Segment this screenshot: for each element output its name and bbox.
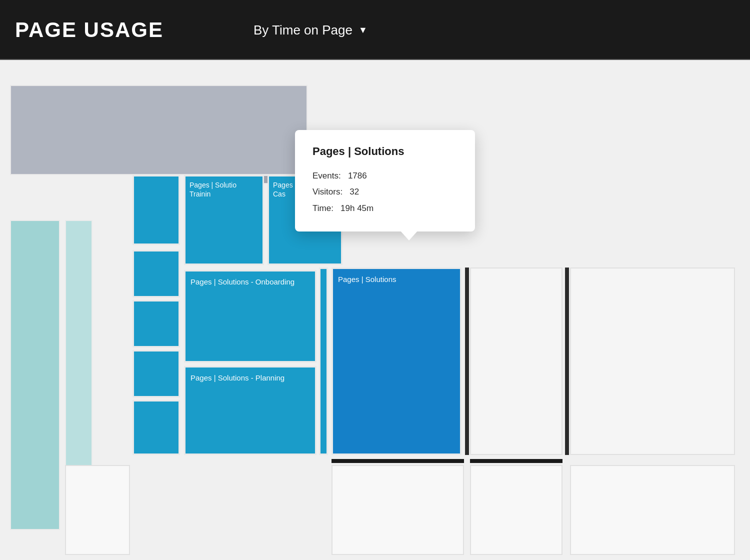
- page-header: PAGE USAGE By Time on Page ▼: [0, 0, 750, 60]
- treemap-block-gray-right1[interactable]: [470, 268, 562, 455]
- treemap-divider-h1: [332, 459, 464, 463]
- treemap-divider-v2: [565, 268, 569, 455]
- block-solutions-main-label: Pages | Solutions: [338, 275, 396, 284]
- treemap-block-gray-top[interactable]: [10, 85, 308, 175]
- treemap-block-solutions-training[interactable]: Pages | Solutio Trainin: [184, 175, 264, 265]
- page-title: PAGE USAGE: [15, 18, 164, 42]
- tooltip-time: Time: 19h 45m: [312, 200, 458, 216]
- tooltip-events-value: 1786: [348, 171, 367, 180]
- treemap-block-blue-sm2[interactable]: [132, 250, 180, 298]
- tooltip-visitors: Visitors: 32: [312, 184, 458, 200]
- tooltip-visitors-value: 32: [350, 187, 359, 196]
- treemap-block-bottom-left[interactable]: [65, 465, 130, 555]
- treemap-block-blue-sm5[interactable]: [132, 400, 180, 455]
- treemap-block-gray-right2[interactable]: [570, 268, 735, 455]
- treemap-block-bottom-mid[interactable]: [332, 465, 464, 555]
- treemap-block-blue-sm3[interactable]: [132, 300, 180, 348]
- block-solutions-planning-label: Pages | Solutions - Planning: [190, 374, 284, 382]
- treemap-divider-h2: [470, 459, 562, 463]
- treemap-block-bottom-right1[interactable]: [470, 465, 562, 555]
- treemap-block-teal-1[interactable]: [10, 220, 60, 530]
- treemap-block-blue-strip[interactable]: [319, 268, 328, 455]
- block-solutions-training-label: Pages | Solutio Trainin: [190, 181, 236, 198]
- chevron-down-icon: ▼: [358, 25, 368, 36]
- treemap-block-blue-sm4[interactable]: [132, 350, 180, 398]
- dropdown-label: By Time on Page: [254, 22, 352, 38]
- tooltip-events: Events: 1786: [312, 168, 458, 184]
- treemap-container: Pages | Solutio Trainin Pages | Solutio …: [0, 60, 750, 560]
- tooltip-body: Events: 1786 Visitors: 32 Time: 19h 45m: [312, 168, 458, 216]
- tooltip-title: Pages | Solutions: [312, 145, 458, 158]
- treemap-block-blue-sm1[interactable]: [132, 175, 180, 245]
- tooltip-solutions: Pages | Solutions Events: 1786 Visitors:…: [295, 130, 475, 232]
- block-solutions-onboarding-label: Pages | Solutions - Onboarding: [190, 278, 294, 286]
- tooltip-time-value: 19h 45m: [340, 204, 374, 213]
- tooltip-visitors-label: Visitors:: [312, 187, 342, 196]
- header-divider: [0, 59, 750, 60]
- treemap-block-bottom-right2[interactable]: [570, 465, 735, 555]
- treemap-block-solutions-onboarding[interactable]: Pages | Solutions - Onboarding: [184, 270, 316, 362]
- tooltip-time-label: Time:: [312, 204, 334, 213]
- metric-dropdown[interactable]: By Time on Page ▼: [254, 22, 368, 38]
- treemap-block-solutions-planning[interactable]: Pages | Solutions - Planning: [184, 366, 316, 455]
- tooltip-events-label: Events:: [312, 171, 341, 180]
- treemap-block-solutions-main[interactable]: Pages | Solutions: [332, 268, 462, 455]
- treemap-divider-v1: [465, 268, 469, 455]
